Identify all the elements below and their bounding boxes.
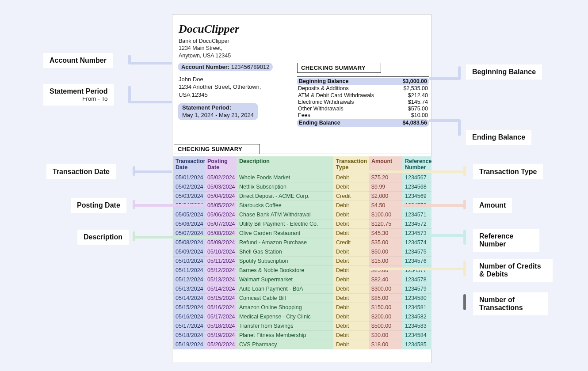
cell-reference-number: 1234582 — [402, 312, 431, 322]
summary-row-value: $575.00 — [408, 106, 428, 112]
cell-description: Spotify Subscription — [237, 257, 333, 266]
cell-description: Direct Deposit - ACME Corp. — [237, 192, 333, 201]
transactions-table: Transaction Date Posting Date Descriptio… — [173, 156, 431, 349]
cell-reference-number: 1234570 — [402, 201, 431, 210]
summary-row-value: $4,083.56 — [402, 120, 427, 126]
customer-line1: 1234 Another Street, Othertown, — [179, 83, 279, 91]
cell-description: Whole Foods Market — [237, 173, 333, 182]
summary-row-label: ATM & Debit Card Withdrawals — [298, 92, 374, 99]
cell-posting-date: 05/04/2024 — [205, 192, 237, 201]
cell-description: Shell Gas Station — [237, 247, 333, 257]
callout-label: Amount — [479, 201, 506, 209]
summary-atm: ATM & Debit Card Withdrawals $212.40 — [297, 92, 429, 99]
callout-ending-balance: Ending Balance — [466, 130, 531, 145]
cell-reference-number: 1234568 — [402, 182, 431, 192]
cell-posting-date: 05/11/2024 — [205, 257, 237, 266]
callout-label: Transaction Type — [479, 168, 537, 175]
cell-transaction-date: 05/18/2024 — [173, 331, 205, 340]
cell-posting-date: 05/12/2024 — [205, 266, 237, 275]
callout-transaction-type: Transaction Type — [473, 164, 543, 179]
cell-posting-date: 05/03/2024 — [205, 182, 237, 192]
checking-summary-title: CHECKING SUMMARY — [297, 63, 381, 73]
account-number-label: Account Number: — [181, 64, 229, 70]
callout-amount: Amount — [473, 198, 512, 213]
cell-transaction-date: 05/07/2024 — [173, 229, 205, 238]
callout-label: Reference Number — [479, 232, 513, 248]
checking-summary-block: CHECKING SUMMARY Beginning Balance $3,00… — [297, 63, 429, 127]
cell-transaction-date: 05/01/2024 — [173, 173, 205, 182]
cell-transaction-date: 05/11/2024 — [173, 266, 205, 275]
callout-account-number: Account Number — [43, 53, 113, 68]
cell-amount: $150.00 — [369, 303, 402, 312]
cell-posting-date: 05/10/2024 — [205, 247, 237, 257]
callout-label: Beginning Balance — [472, 68, 536, 76]
cell-description: Planet Fitness Membership — [237, 331, 333, 340]
summary-electronic: Electronic Withdrawals $145.74 — [297, 99, 429, 106]
table-row: 05/08/202405/09/2024Refund - Amazon Purc… — [173, 238, 431, 247]
bank-line2: Anytown, USA 12345 — [179, 52, 427, 59]
callout-reference-number: Reference Number — [473, 229, 539, 252]
cell-amount: $200.00 — [369, 312, 402, 322]
callout-label: Posting Date — [77, 201, 120, 209]
summary-row-value: $145.74 — [408, 99, 428, 106]
col-transaction-date: Transaction Date — [173, 156, 205, 173]
table-row: 05/07/202405/08/2024Olive Garden Restaur… — [173, 229, 431, 238]
callout-label: Description — [84, 233, 122, 241]
callout-label: Statement Period — [50, 87, 108, 95]
col-transaction-type: Transaction Type — [333, 156, 369, 173]
table-row: 05/14/202405/15/2024Comcast Cable BillDe… — [173, 294, 431, 303]
table-row: 05/04/202405/05/2024Starbucks CoffeeDebi… — [173, 201, 431, 210]
cell-transaction-type: Debit — [333, 312, 369, 322]
table-row: 05/10/202405/11/2024Spotify Subscription… — [173, 257, 431, 266]
cell-description: Starbucks Coffee — [237, 201, 333, 210]
col-posting-date: Posting Date — [205, 156, 237, 173]
cell-transaction-type: Credit — [333, 238, 369, 247]
cell-reference-number: 1234577 — [402, 266, 431, 275]
cell-transaction-type: Debit — [333, 247, 369, 257]
cell-transaction-date: 05/06/2024 — [173, 220, 205, 229]
cell-transaction-date: 05/13/2024 — [173, 284, 205, 294]
cell-amount: $82.40 — [369, 275, 402, 284]
cell-reference-number: 1234584 — [402, 331, 431, 340]
cell-reference-number: 1234585 — [402, 340, 431, 349]
canvas: DocuClipper Bank of DocuClipper 1234 Mai… — [4, 4, 584, 367]
cell-description: Chase Bank ATM Withdrawal — [237, 210, 333, 220]
cell-transaction-type: Debit — [333, 303, 369, 312]
callout-beginning-balance: Beginning Balance — [466, 64, 542, 80]
cell-reference-number: 1234569 — [402, 192, 431, 201]
table-row: 05/17/202405/18/2024Transfer from Saving… — [173, 322, 431, 331]
cell-amount: $2,000 — [369, 192, 402, 201]
cell-description: Transfer from Savings — [237, 322, 333, 331]
callout-credits-debits: Number of Credits & Debits — [473, 259, 553, 282]
summary-row-label: Other Withdrawals — [298, 106, 344, 112]
cell-reference-number: 1234578 — [402, 275, 431, 284]
table-row: 05/06/202405/07/2024Utility Bill Payment… — [173, 220, 431, 229]
cell-transaction-date: 05/10/2024 — [173, 257, 205, 266]
cell-reference-number: 1234576 — [402, 257, 431, 266]
cell-transaction-date: 05/12/2024 — [173, 275, 205, 284]
cell-posting-date: 05/16/2024 — [205, 303, 237, 312]
summary-row-value: $10.00 — [411, 112, 428, 119]
cell-amount: $9.99 — [369, 182, 402, 192]
bank-name: Bank of DocuClipper — [179, 38, 427, 45]
cell-reference-number: 1234573 — [402, 229, 431, 238]
cell-transaction-type: Debit — [333, 294, 369, 303]
table-row: 05/09/202405/10/2024Shell Gas StationDeb… — [173, 247, 431, 257]
table-row: 05/01/202405/02/2024Whole Foods MarketDe… — [173, 173, 431, 182]
cell-amount: $35.00 — [369, 238, 402, 247]
customer-address: John Doe 1234 Another Street, Othertown,… — [177, 76, 279, 99]
cell-description: Medical Expense - City Clinic — [237, 312, 333, 322]
table-row: 05/03/202405/04/2024Direct Deposit - ACM… — [173, 192, 431, 201]
section-rule — [173, 154, 431, 154]
summary-row-value: $3,000.00 — [402, 78, 427, 85]
table-body: 05/01/202405/02/2024Whole Foods MarketDe… — [173, 173, 431, 349]
callout-transaction-date: Transaction Date — [46, 164, 116, 179]
statement-period-value: May 1, 2024 - May 21, 2024 — [182, 112, 254, 118]
cell-amount: $4.50 — [369, 201, 402, 210]
statement-period-pill: Statement Period: May 1, 2024 - May 21, … — [178, 103, 258, 120]
col-description: Description — [237, 156, 333, 173]
cell-posting-date: 05/15/2024 — [205, 294, 237, 303]
cell-transaction-date: 05/15/2024 — [173, 303, 205, 312]
cell-transaction-date: 05/17/2024 — [173, 322, 205, 331]
cell-description: Barnes & Noble Bookstore — [237, 266, 333, 275]
